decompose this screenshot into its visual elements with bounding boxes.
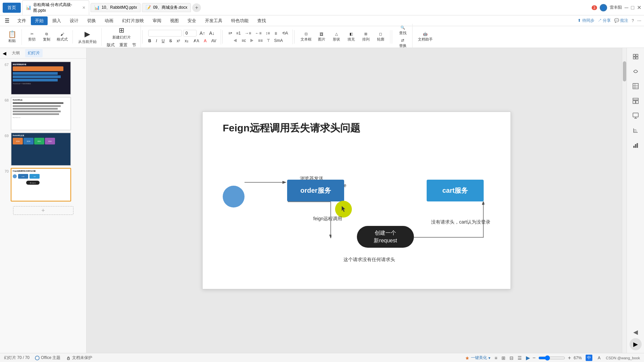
vertical-scrollbar[interactable] [622,48,627,353]
outline-tab[interactable]: 大纲 [9,49,22,57]
ribbon-tab-view[interactable]: 视图 [166,16,183,25]
ribbon-tab-devtools[interactable]: 开发工具 [201,16,226,25]
bold-button[interactable]: B [147,38,153,44]
browser-node[interactable] [223,186,245,207]
slide-thumb-67[interactable]: 线程局部数据存储 ThreadLocal一个线程局部数据 [11,61,71,95]
valign-button[interactable]: ⊤ [265,38,272,44]
clear-format-button[interactable]: ✗A [192,38,201,44]
ribbon-tab-insert[interactable]: 插入 [48,16,65,25]
ribbon-tab-transition[interactable]: 切换 [83,16,100,25]
order-service-node[interactable]: order服务 [287,180,344,201]
list-item[interactable]: 67 线程局部数据存储 ThreadLocal一个线程局部数据 [1,61,85,95]
list-view-button[interactable]: ≡ [494,355,497,361]
paste-button[interactable]: 📋 粘贴 [5,30,19,44]
ribbon-tab-file[interactable]: 文件 [13,16,30,25]
number-list-button[interactable]: ≡1 [234,30,243,36]
copy-button[interactable]: ⧉ 复制 [40,31,53,43]
font-color-button[interactable]: A [202,38,208,44]
reader-view-button[interactable]: ☰ [518,355,522,361]
menu-icon[interactable]: ☰ [3,17,11,24]
resize-button[interactable] [630,124,642,136]
add-slide-button[interactable]: + [13,206,73,215]
superscript-button[interactable]: x² [175,38,182,44]
section-button[interactable]: 节 [130,42,138,49]
properties-button[interactable] [630,51,642,63]
cut-button[interactable]: ✂ 剪切 [25,31,39,43]
beautify-button[interactable]: 一键美化 ▾ [465,355,490,361]
sync-button[interactable]: ⬆ 待同步 [578,18,594,23]
line-spacing-button[interactable]: ↕≡ [264,30,272,36]
play-button[interactable]: ▶ [526,355,530,361]
replace-button[interactable]: ⇄ 替换 [396,37,410,49]
ribbon-tab-find[interactable]: 查找 [253,16,270,25]
zoom-level[interactable]: 67% [574,356,582,360]
underline-button[interactable]: U [160,38,166,44]
more-button[interactable]: ⋯ [637,18,641,23]
ribbon-tab-animation[interactable]: 动画 [101,16,117,25]
font-name-input[interactable] [148,30,182,37]
zoom-out-button[interactable]: − [531,355,537,361]
find-button[interactable]: 🔍 查找 [396,24,410,37]
cart-service-node[interactable]: cart服务 [427,180,484,201]
fill-button[interactable]: ◧ 填充 [344,31,358,43]
list-item[interactable]: 69 RabbitMQ总览 模块A 模块B 模块C 模块D [1,132,85,166]
home-tab[interactable]: 首页 [3,3,21,13]
animation-panel-button[interactable] [630,65,642,77]
font-decrease-button[interactable]: A↓ [207,30,216,37]
normal-view-button[interactable]: ⊞ [501,355,505,361]
window-minimize[interactable]: ─ [625,5,628,11]
slide-layout-button[interactable] [630,95,642,107]
ribbon-tab-review[interactable]: 审阅 [149,16,165,25]
align-left-button[interactable]: ⫷ [232,38,239,44]
subscript-button[interactable]: x₂ [183,38,190,44]
input-method-chinese[interactable]: 中 [586,355,592,361]
comment-button[interactable]: 💬 批注 [614,18,628,23]
slide-thumb-69[interactable]: RabbitMQ总览 模块A 模块B 模块C 模块D [11,132,71,166]
grid-view-button[interactable]: ⊟ [509,355,514,361]
chart-button[interactable] [630,139,642,151]
align-center-button[interactable]: ≡c [240,38,248,44]
play-presentation-button[interactable]: ▶ [630,338,642,350]
picture-button[interactable]: 🖼 图片 [315,31,328,43]
format-button[interactable]: 🖌 格式式 [55,31,70,43]
tab-docx[interactable]: 📝 09、商城业务.docx [142,3,191,12]
slide-thumb-68[interactable]: RabbitMQ总 http://xxx.xxx [11,97,71,130]
slides-tab[interactable]: 幻灯片 [25,49,43,57]
new-request-node[interactable]: 创建一个 新request [357,226,414,248]
tab1-close[interactable]: ✕ [82,5,86,10]
input-method-english[interactable]: A [596,355,602,361]
window-close[interactable]: ✕ [637,4,641,11]
direction-button[interactable]: ⟲A [280,30,290,36]
layout-button[interactable]: 版式 [105,42,116,49]
align-right-button[interactable]: ⫸ [248,38,256,44]
ribbon-tab-slideshow[interactable]: 幻灯片放映 [118,16,148,25]
ribbon-tab-start[interactable]: 开始 [31,16,48,25]
char-spacing-button[interactable]: AV [210,38,218,44]
scroll-up-button[interactable]: ◀ [630,326,642,338]
collapse-button[interactable]: ◀ [3,51,6,56]
new-slide-button[interactable]: ⊞ 新建幻灯片 [110,25,133,41]
italic-button[interactable]: I [154,38,159,44]
textbox-button[interactable]: ⊡ 文本框 [299,31,314,43]
notification-badge[interactable]: 3 [592,5,597,10]
shape-button[interactable]: △ 形状 [330,31,343,43]
list-item[interactable]: 68 RabbitMQ总 http://xxx.xxx [1,97,85,130]
justify-button[interactable]: ≡≡ [256,38,264,44]
smart-art-button[interactable]: SmA [272,38,284,44]
new-tab-button[interactable]: + [192,3,201,12]
ribbon-tab-security[interactable]: 安全 [183,16,200,25]
font-size-input[interactable]: 0 [183,30,197,37]
help-button[interactable]: ? [632,18,634,23]
window-maximize[interactable]: □ [631,5,634,11]
font-increase-button[interactable]: A↑ [198,30,207,37]
bullet-list-button[interactable]: ≡• [227,30,234,36]
sort-button[interactable]: ⊞ 排列 [359,31,373,43]
start-from-button[interactable]: ▶ 从当前开始 [76,29,99,45]
ribbon-tab-special[interactable]: 特色功能 [227,16,253,25]
ribbon-tab-design[interactable]: 设计 [66,16,83,25]
tab-pptx1[interactable]: 📊 谷粒商城-分布式高级-图.pptx ✕ [22,0,89,15]
column-button[interactable]: ⫼ [272,30,280,36]
scroll-thumb[interactable] [623,61,626,81]
tab-pptx2[interactable]: 📊 10、RabbitMQ.pptx [91,3,141,12]
zoom-slider[interactable] [538,355,565,361]
